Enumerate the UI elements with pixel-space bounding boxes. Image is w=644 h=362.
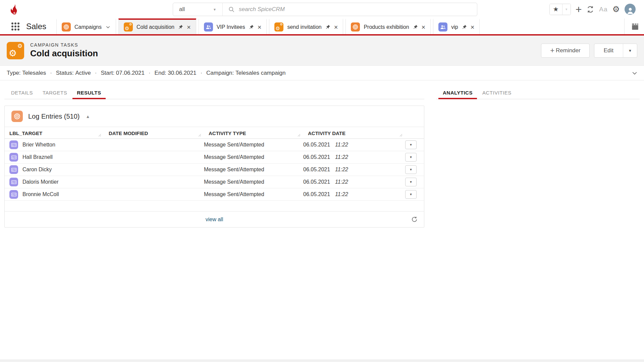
open-record-tab[interactable]: Products exhibition × — [345, 18, 431, 34]
row-actions-dropdown-icon[interactable]: ▼ — [405, 190, 417, 199]
tab-label: send invitation — [287, 24, 321, 30]
row-actions-dropdown-icon[interactable]: ▼ — [405, 140, 417, 149]
svg-text:S: S — [13, 11, 15, 15]
column-resize-grip[interactable] — [399, 132, 402, 138]
user-avatar[interactable] — [625, 4, 636, 15]
activity-date-cell: 06.05.202111:22 — [303, 179, 405, 185]
view-all-link[interactable]: view all — [206, 217, 223, 223]
close-icon[interactable]: × — [187, 24, 191, 31]
target-name-link[interactable]: Daloris Montier — [22, 179, 59, 185]
file-manager-icon[interactable] — [631, 22, 639, 31]
side-tab[interactable]: ACTIVITIES — [478, 86, 516, 99]
info-field: StatusActive — [46, 70, 91, 76]
close-icon[interactable]: × — [422, 24, 426, 31]
target-name-link[interactable]: Caron Dicky — [22, 167, 52, 173]
activity-type-cell: Message Sent/Attempted — [204, 179, 303, 185]
info-field: End30.06.2021 — [145, 70, 196, 76]
tab-label: Campaigns — [74, 24, 102, 30]
record-header-text: CAMPAIGN TASKS Cold acquisition — [30, 42, 98, 59]
edit-button[interactable]: Edit — [594, 44, 623, 57]
favorites-dropdown-icon[interactable]: ▼ — [562, 4, 571, 15]
record-actions: +Reminder Edit ▼ — [541, 44, 637, 58]
collapse-triangle-icon[interactable]: ▲ — [86, 114, 90, 119]
target-name-link[interactable]: Bronnie McColl — [22, 191, 59, 197]
target-name-link[interactable]: Brier Whetton — [22, 142, 55, 148]
column-resize-grip[interactable] — [198, 132, 201, 138]
tab-label: VIP Invitees — [217, 24, 245, 30]
record-tab[interactable]: DETAILS — [7, 86, 37, 99]
open-record-tab[interactable]: VIP Invitees × — [199, 18, 267, 34]
pin-icon[interactable] — [462, 24, 467, 29]
table-row: Caron Dicky Message Sent/Attempted 06.05… — [5, 164, 424, 176]
settings-gear-icon[interactable]: ⚙ — [612, 4, 620, 14]
refresh-icon[interactable] — [411, 216, 418, 223]
font-size-icon[interactable]: Aa — [599, 6, 607, 13]
record-tab[interactable]: TARGETS — [38, 86, 71, 99]
side-tab[interactable]: ANALYTICS — [438, 86, 477, 99]
app-launcher-icon[interactable] — [11, 22, 19, 31]
gears-icon: ⚙⚙ — [274, 22, 283, 32]
contact-card-icon — [9, 190, 18, 199]
contact-card-icon — [9, 165, 18, 174]
empty-row-space — [5, 201, 424, 211]
reminder-button[interactable]: +Reminder — [541, 44, 590, 58]
close-icon[interactable]: × — [334, 24, 338, 31]
pin-icon[interactable] — [178, 24, 183, 29]
column-resize-grip[interactable] — [298, 132, 301, 138]
table-row: Bronnie McColl Message Sent/Attempted 06… — [5, 188, 424, 201]
bottom-bar — [0, 360, 644, 362]
open-record-tab[interactable]: vip × — [433, 18, 480, 34]
module-label: CAMPAIGN TASKS — [30, 42, 98, 48]
search-input[interactable] — [239, 6, 472, 13]
tab-label: Products exhibition — [364, 24, 409, 30]
page-title: Cold acquisition — [30, 48, 98, 59]
expand-chevron-icon[interactable] — [631, 70, 638, 78]
pin-icon[interactable] — [413, 24, 418, 29]
tab-label: vip — [451, 24, 458, 30]
column-header[interactable]: DATE MODIFIED — [104, 127, 204, 139]
favorites-star-icon[interactable]: ★ — [550, 4, 562, 15]
row-actions-dropdown-icon[interactable]: ▼ — [405, 165, 417, 174]
people-icon — [204, 22, 213, 32]
column-header[interactable]: ACTIVITY DATE — [303, 127, 405, 139]
tab-label: Cold acquisition — [137, 24, 174, 30]
topbar-actions: ★ ▼ + Aa ⚙ — [549, 0, 636, 18]
module-tabbar: Sales Campaigns ⚙⚙ Cold acquisition × — [0, 18, 644, 34]
activity-date-cell: 06.05.202111:22 — [303, 154, 405, 160]
row-actions-dropdown-icon[interactable]: ▼ — [405, 178, 417, 186]
record-tab[interactable]: RESULTS — [72, 86, 105, 99]
info-field: CampaignTelesales campaign — [196, 70, 285, 76]
spicecrm-logo-icon[interactable]: S — [10, 4, 19, 15]
pin-icon[interactable] — [249, 24, 254, 29]
people-icon — [438, 22, 447, 32]
close-icon[interactable]: × — [258, 24, 262, 31]
table-row: Hall Braznell Message Sent/Attempted 06.… — [5, 151, 424, 164]
record-tabs: DETAILSTARGETSRESULTS — [4, 86, 424, 99]
close-icon[interactable]: × — [471, 24, 475, 31]
info-field: TypeTelesales — [7, 70, 46, 76]
pin-icon[interactable] — [325, 24, 330, 29]
open-tabs: Campaigns ⚙⚙ Cold acquisition × VIP Invi… — [56, 18, 624, 34]
chevron-down-icon[interactable] — [105, 24, 111, 30]
search-scope-select[interactable]: all ▼ — [173, 3, 223, 16]
table-row: Brier Whetton Message Sent/Attempted 06.… — [5, 139, 424, 151]
activity-date-cell: 06.05.202111:22 — [303, 167, 405, 173]
campaign-tasks-gears-icon: ⚙⚙ — [7, 42, 24, 59]
bullseye-icon — [11, 111, 23, 122]
column-header[interactable]: ACTIVITY TYPE — [204, 127, 303, 139]
tab-campaigns[interactable]: Campaigns — [56, 18, 116, 34]
open-record-tab[interactable]: ⚙⚙ send invitation × — [269, 18, 343, 34]
favorites-split-button: ★ ▼ — [549, 4, 571, 15]
edit-dropdown-icon[interactable]: ▼ — [623, 44, 637, 57]
row-actions-dropdown-icon[interactable]: ▼ — [405, 153, 417, 162]
search-icon — [228, 6, 235, 13]
open-record-tab[interactable]: ⚙⚙ Cold acquisition × — [118, 18, 196, 34]
column-resize-grip[interactable] — [98, 132, 101, 138]
record-info-bar: TypeTelesalesStatusActiveStart07.06.2021… — [0, 66, 644, 80]
topbar: S all ▼ ★ ▼ + Aa ⚙ — [0, 0, 644, 18]
add-icon[interactable]: + — [576, 4, 582, 14]
target-name-link[interactable]: Hall Braznell — [22, 154, 53, 160]
sync-icon[interactable] — [586, 5, 594, 13]
column-header[interactable]: LBL_TARGET — [5, 127, 104, 139]
search-box — [223, 3, 477, 16]
